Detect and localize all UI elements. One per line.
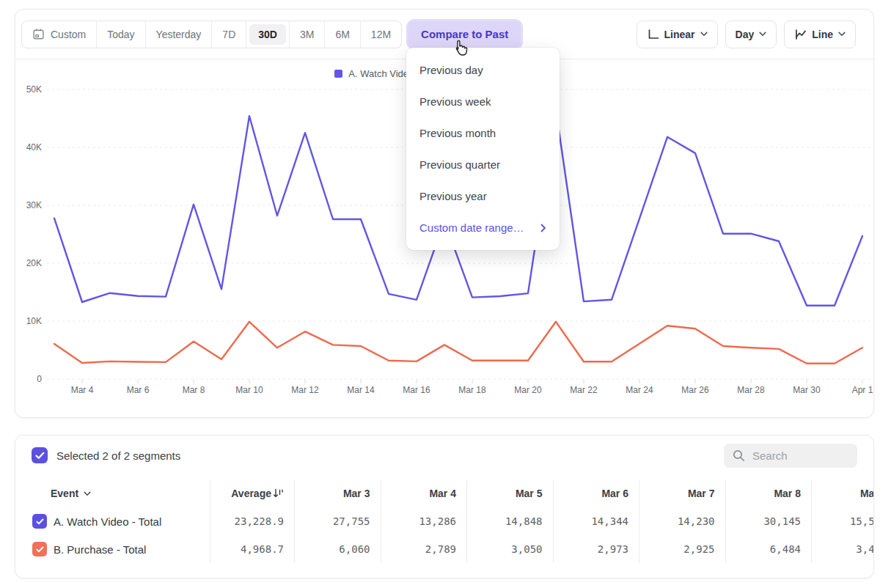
column-header-average[interactable]: Average (210, 479, 294, 507)
x-axis-label: Mar 10 (224, 385, 275, 395)
menu-item-label: Previous month (419, 127, 496, 139)
chart-card: Custom Today Yesterday 7D 30D 3M 6M 12M … (15, 9, 874, 418)
segments-panel: Selected 2 of 2 segments Event Average (15, 435, 874, 578)
select-all-checkbox[interactable] (32, 447, 48, 463)
x-axis-label: Apr 1 (837, 385, 880, 395)
chevron-down-icon (84, 491, 91, 496)
menu-item-label: Previous day (419, 64, 483, 76)
column-header-event[interactable]: Event (15, 479, 210, 507)
row-checkbox-a[interactable] (32, 514, 47, 529)
x-axis-label: Mar 18 (447, 385, 498, 395)
cell-value: 2,973 (553, 535, 639, 563)
column-header-date[interactable]: Mar 7 (639, 479, 725, 507)
event-name: A. Watch Video - Total (54, 515, 161, 528)
x-axis-label: Mar 6 (112, 385, 164, 395)
x-axis-label: Mar 22 (558, 385, 609, 395)
cell-value: 14,344 (553, 507, 639, 535)
search-box[interactable] (724, 444, 857, 468)
check-icon (35, 452, 45, 460)
column-header-date[interactable]: Mar 5 (466, 479, 553, 507)
segments-table: Event Average Mar 3 Mar 4 Mar 5 Mar 6 Ma… (15, 479, 873, 563)
column-header-label: Event (51, 488, 78, 499)
cell-value: 14,230 (639, 507, 725, 535)
menu-item-previous-week[interactable]: Previous week (406, 86, 560, 117)
menu-item-custom-date-range[interactable]: Custom date range… (406, 212, 560, 243)
cell-value: 14,848 (466, 507, 553, 535)
x-axis-label: Mar 24 (614, 385, 665, 395)
menu-item-label: Previous year (419, 190, 487, 202)
x-axis-label: Mar 14 (335, 385, 386, 395)
search-icon (733, 449, 745, 462)
table-row-purchase[interactable]: B. Purchase - Total (15, 535, 210, 563)
search-input[interactable] (752, 449, 840, 462)
cell-value: 3,415 (811, 535, 874, 563)
x-axis-label: Mar 16 (391, 385, 442, 395)
y-axis-label: 30K (15, 200, 42, 210)
y-axis-label: 0 (15, 374, 42, 384)
menu-item-previous-month[interactable]: Previous month (406, 117, 560, 149)
column-header-date[interactable]: Mar 8 (725, 479, 812, 507)
x-axis-label: Mar 8 (168, 385, 219, 395)
cell-value: 15,523 (811, 507, 874, 535)
menu-item-previous-year[interactable]: Previous year (406, 180, 560, 212)
table-row-watch-video[interactable]: A. Watch Video - Total (15, 507, 210, 535)
cell-average: 23,228.9 (210, 507, 294, 535)
sort-descending-icon (273, 488, 284, 499)
menu-item-previous-quarter[interactable]: Previous quarter (406, 149, 560, 180)
y-axis-label: 20K (15, 258, 42, 268)
cursor-pointer-icon (450, 39, 469, 61)
cell-value: 13,286 (381, 507, 467, 535)
check-icon (36, 518, 44, 525)
row-checkbox-b[interactable] (32, 542, 47, 556)
cell-value: 2,925 (639, 535, 725, 563)
cell-value: 30,145 (725, 507, 812, 535)
cell-average: 4,968.7 (210, 535, 294, 563)
menu-item-label: Previous quarter (419, 158, 500, 171)
cell-value: 6,484 (725, 535, 812, 563)
legend-swatch-a (334, 70, 342, 78)
column-header-label: Average (231, 488, 271, 499)
column-header-date[interactable]: Mar 9 (811, 479, 874, 507)
column-header-date[interactable]: Mar 4 (381, 479, 467, 507)
cell-value: 2,789 (381, 535, 467, 563)
column-header-date[interactable]: Mar 3 (294, 479, 381, 507)
selected-count-label: Selected 2 of 2 segments (56, 449, 180, 462)
cell-value: 27,755 (294, 507, 381, 535)
cell-value: 6,060 (294, 535, 381, 563)
x-axis-label: Mar 4 (56, 385, 108, 395)
event-name: B. Purchase - Total (54, 543, 146, 556)
menu-item-previous-day[interactable]: Previous day (406, 54, 560, 86)
x-axis-label: Mar 26 (670, 385, 721, 395)
y-axis-label: 10K (15, 316, 42, 326)
column-header-date[interactable]: Mar 6 (553, 479, 639, 507)
check-icon (36, 546, 44, 553)
compare-to-past-menu: Previous day Previous week Previous mont… (406, 48, 560, 250)
cell-value: 3,050 (466, 535, 553, 563)
segments-header: Selected 2 of 2 segments (15, 436, 873, 475)
x-axis-label: Mar 30 (781, 385, 832, 395)
x-axis-label: Mar 20 (502, 385, 554, 395)
series-line-b[interactable] (54, 322, 862, 364)
y-axis-label: 40K (15, 142, 42, 152)
menu-item-label: Custom date range… (419, 221, 524, 234)
y-axis-label: 50K (15, 84, 42, 95)
menu-item-label: Previous week (419, 95, 491, 108)
chevron-right-icon (540, 224, 546, 232)
x-axis-label: Mar 12 (279, 385, 331, 395)
x-axis-label: Mar 28 (725, 385, 777, 395)
